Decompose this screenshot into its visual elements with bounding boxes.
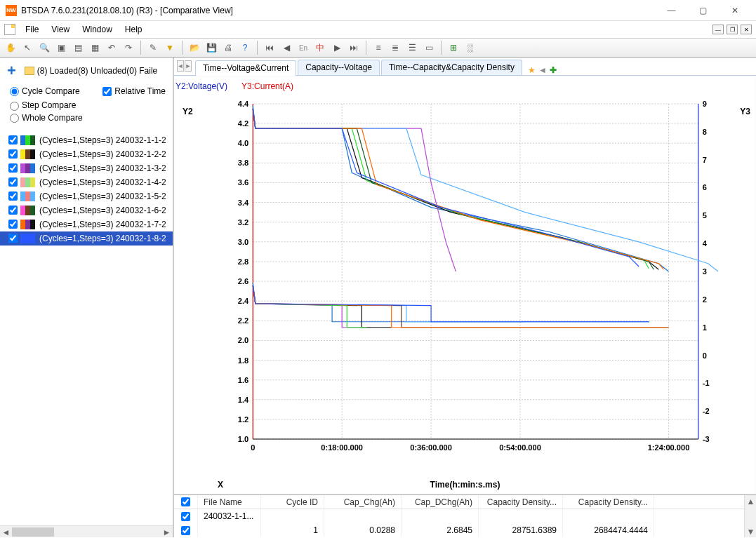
align1-icon[interactable]: ≡ xyxy=(371,40,386,55)
step-compare-radio[interactable]: Step Compare xyxy=(10,100,166,110)
plot[interactable]: 1.01.21.41.61.82.02.22.42.62.83.03.23.43… xyxy=(225,97,719,460)
scroll-right-icon[interactable]: ► xyxy=(161,526,173,538)
add-tab-icon[interactable]: ✚ xyxy=(550,65,557,75)
open-icon[interactable]: 📂 xyxy=(187,40,202,55)
help-icon[interactable]: ? xyxy=(237,40,253,55)
mdi-restore-button[interactable]: ❐ xyxy=(727,25,738,34)
svg-text:0: 0 xyxy=(251,443,255,452)
file-label: (Cycles=1,Steps=3) 240032-1-5-2 xyxy=(39,191,166,201)
svg-text:0:36:00.000: 0:36:00.000 xyxy=(410,443,452,452)
tab-nav-right-icon[interactable]: ► xyxy=(185,60,192,72)
redo-icon[interactable]: ↷ xyxy=(121,40,136,55)
file-row[interactable]: (Cycles=1,Steps=3) 240032-1-3-2 xyxy=(0,161,173,175)
align4-icon[interactable]: ▭ xyxy=(421,40,437,55)
table-header: File Name Cycle ID Cap_Chg(Ah) Cap_DChg(… xyxy=(174,495,744,509)
tab-time-voltage-current[interactable]: Time--Voltage&Current xyxy=(195,60,296,76)
svg-text:-2: -2 xyxy=(703,407,710,415)
file-row[interactable]: (Cycles=1,Steps=3) 240032-1-4-2 xyxy=(0,175,173,189)
mdi-minimize-button[interactable]: — xyxy=(712,25,724,34)
layout2-icon[interactable]: ▦ xyxy=(87,40,102,55)
close-button[interactable]: ✕ xyxy=(719,1,750,20)
maximize-button[interactable]: ▢ xyxy=(687,1,719,20)
last-icon[interactable]: ⏭ xyxy=(346,40,362,55)
filter-icon[interactable]: ▼ xyxy=(162,40,178,55)
layout1-icon[interactable]: ▤ xyxy=(70,40,86,55)
menu-window[interactable]: Window xyxy=(77,22,118,36)
titlebar: NW BTSDA 7.6.0.231(2018.08.10) (R3) - [C… xyxy=(0,0,756,21)
th-capdchg[interactable]: Cap_DChg(Ah) xyxy=(402,495,479,509)
minimize-button[interactable]: — xyxy=(656,1,687,20)
th-filename[interactable]: File Name xyxy=(198,495,261,509)
th-density1[interactable]: Capacity Density... xyxy=(479,495,563,509)
tab-nav2-left-icon[interactable]: ◄ xyxy=(538,65,547,75)
scroll-up-icon[interactable]: ▲ xyxy=(745,495,756,507)
svg-text:1: 1 xyxy=(703,323,707,332)
scroll-left-icon[interactable]: ◄ xyxy=(0,526,12,538)
save-icon[interactable]: 💾 xyxy=(204,40,219,55)
tab-capacity-voltage[interactable]: Capacity--Voltage xyxy=(298,60,380,75)
svg-text:7: 7 xyxy=(703,156,707,164)
first-icon[interactable]: ⏮ xyxy=(262,40,277,55)
pointer-tool-icon[interactable]: ↖ xyxy=(20,40,35,55)
table-row[interactable]: 1 0.0288 2.6845 28751.6389 2684474.4444 xyxy=(174,523,744,537)
menu-view[interactable]: View xyxy=(46,22,75,36)
file-checkbox[interactable] xyxy=(8,149,18,159)
file-checkbox[interactable] xyxy=(8,220,18,229)
undo-icon[interactable]: ↶ xyxy=(104,40,119,55)
lang-en-icon[interactable]: En xyxy=(296,40,311,55)
file-checkbox[interactable] xyxy=(8,177,18,187)
file-row[interactable]: (Cycles=1,Steps=3) 240032-1-7-2 xyxy=(0,217,173,231)
data-table: File Name Cycle ID Cap_Chg(Ah) Cap_DChg(… xyxy=(174,494,756,537)
cycle-compare-radio[interactable]: Cycle Compare xyxy=(10,86,80,96)
wand-icon[interactable]: ✎ xyxy=(145,40,161,55)
row-checkbox[interactable] xyxy=(181,526,190,535)
align2-icon[interactable]: ≣ xyxy=(387,40,403,55)
align3-icon[interactable]: ☰ xyxy=(404,40,420,55)
file-row[interactable]: (Cycles=1,Steps=3) 240032-1-8-2 xyxy=(0,231,173,246)
excel-icon[interactable]: ⊞ xyxy=(446,40,461,55)
scroll-down-icon[interactable]: ▼ xyxy=(745,525,756,537)
menu-help[interactable]: Help xyxy=(119,22,148,36)
window-title: BTSDA 7.6.0.231(2018.08.10) (R3) - [Comp… xyxy=(21,6,656,15)
header-checkbox[interactable] xyxy=(181,497,190,506)
relative-time-checkbox[interactable]: Relative Time xyxy=(102,86,166,96)
zoom-fit-icon[interactable]: ▣ xyxy=(53,40,69,55)
scroll-thumb[interactable] xyxy=(12,527,54,537)
th-cycleid[interactable]: Cycle ID xyxy=(261,495,324,509)
svg-text:4.0: 4.0 xyxy=(238,139,248,147)
file-list: (Cycles=1,Steps=3) 240032-1-1-2 (Cycles=… xyxy=(0,129,173,246)
next-icon[interactable]: ▶ xyxy=(329,40,345,55)
tab-time-capacity-density[interactable]: Time--Capacity&Capacity Density xyxy=(381,60,522,75)
svg-text:0:54:00.000: 0:54:00.000 xyxy=(499,443,541,452)
zoom-in-icon[interactable]: 🔍 xyxy=(37,40,52,55)
svg-text:1.4: 1.4 xyxy=(238,396,249,404)
whole-compare-radio[interactable]: Whole Compare xyxy=(10,113,166,123)
toolbar: ✋ ↖ 🔍 ▣ ▤ ▦ ↶ ↷ ✎ ▼ 📂 💾 🖨 ? ⏮ ◀ En 中 ▶ ⏭… xyxy=(0,38,756,58)
th-density2[interactable]: Capacity Density... xyxy=(563,495,654,509)
file-checkbox[interactable] xyxy=(8,135,18,144)
file-checkbox[interactable] xyxy=(8,191,18,201)
file-row[interactable]: (Cycles=1,Steps=3) 240032-1-2-2 xyxy=(0,147,173,161)
row-checkbox[interactable] xyxy=(181,512,190,521)
lang-cn-icon[interactable]: 中 xyxy=(312,40,328,55)
table-scrollbar[interactable]: ▲ ▼ xyxy=(744,495,756,537)
file-checkbox[interactable] xyxy=(8,206,18,215)
th-capchg[interactable]: Cap_Chg(Ah) xyxy=(324,495,402,509)
file-checkbox[interactable] xyxy=(8,163,18,173)
prev-icon[interactable]: ◀ xyxy=(279,40,294,55)
file-checkbox[interactable] xyxy=(8,234,18,243)
hand-tool-icon[interactable]: ✋ xyxy=(3,40,18,55)
tab-nav-left-icon[interactable]: ◄ xyxy=(177,60,184,72)
table-row[interactable]: 240032-1-1... xyxy=(174,509,744,523)
file-row[interactable]: (Cycles=1,Steps=3) 240032-1-5-2 xyxy=(0,189,173,203)
add-file-icon[interactable]: + xyxy=(7,63,16,79)
file-row[interactable]: (Cycles=1,Steps=3) 240032-1-1-2 xyxy=(0,133,173,147)
mdi-close-button[interactable]: ✕ xyxy=(741,25,752,34)
favorite-icon[interactable]: ★ xyxy=(528,65,536,75)
sidebar-scrollbar[interactable]: ◄ ► xyxy=(0,525,173,537)
print-icon[interactable]: 🖨 xyxy=(220,40,236,55)
barcode-icon[interactable]: ░ xyxy=(463,40,478,55)
file-row[interactable]: (Cycles=1,Steps=3) 240032-1-6-2 xyxy=(0,203,173,217)
svg-text:2.4: 2.4 xyxy=(238,297,249,305)
menu-file[interactable]: File xyxy=(20,22,44,36)
